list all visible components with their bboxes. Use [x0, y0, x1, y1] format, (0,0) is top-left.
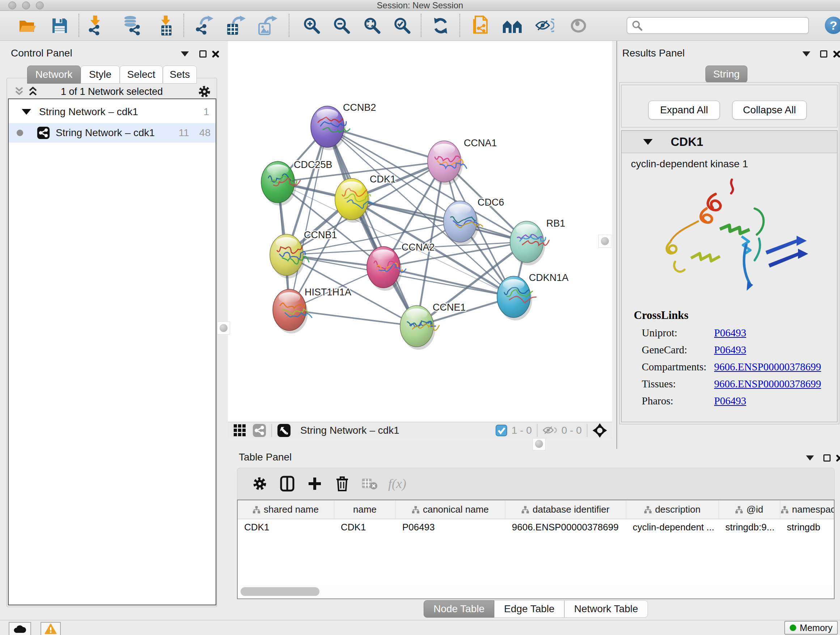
grid-view-icon[interactable] [234, 424, 246, 437]
column-header-shared-name[interactable]: shared name [238, 500, 334, 519]
tab-sets[interactable]: Sets [163, 65, 197, 84]
memory-label: Memory [800, 623, 832, 633]
table-hscrollbar-thumb[interactable] [240, 587, 319, 596]
network-options-gear-icon[interactable] [198, 86, 210, 98]
right-splitter[interactable] [612, 41, 616, 449]
table-row[interactable]: CDK1CDK1P064939606.ENSP00000378699cyclin… [238, 519, 834, 535]
tab-string[interactable]: String [706, 65, 747, 83]
results-panel-float-icon[interactable] [818, 49, 829, 59]
cell[interactable]: stringdb:9... [719, 519, 780, 535]
control-panel-title: Control Panel [11, 48, 73, 59]
function-builder-icon: f(x) [384, 473, 411, 494]
crosslink-link[interactable]: 9606.ENSP00000378699 [714, 361, 821, 373]
right-splitter-handle[interactable] [598, 234, 611, 248]
expand-all-icon[interactable] [27, 86, 39, 97]
column-header-canonical-name[interactable]: canonical name [396, 500, 505, 519]
table-hscrollbar[interactable] [239, 585, 832, 598]
zoom-fit-button[interactable] [362, 16, 382, 36]
cloud-status-button[interactable] [9, 622, 31, 635]
zoom-selected-button[interactable] [392, 16, 412, 36]
gene-collapse-icon[interactable] [643, 139, 653, 145]
export-image-button[interactable] [257, 16, 278, 36]
zoom-in-button[interactable] [302, 16, 322, 36]
bottom-splitter-handle[interactable] [532, 437, 546, 450]
tab-node-table[interactable]: Node Table [424, 600, 494, 618]
new-network-from-selection-button[interactable] [471, 16, 492, 36]
cell[interactable]: CDK1 [334, 519, 396, 535]
column-header-namespace[interactable]: namespace [780, 500, 835, 519]
table-panel-close-icon[interactable] [834, 453, 840, 463]
network-view-toolbar: String Network – cdk1 1 - 0 0 - 0 [228, 422, 612, 439]
save-session-button[interactable] [50, 16, 70, 36]
control-panel-tabs: Network Style Select Sets [27, 65, 197, 84]
cell[interactable]: CDK1 [238, 519, 334, 535]
show-columns-icon[interactable] [273, 473, 301, 494]
fit-content-crosshair-icon[interactable] [592, 423, 607, 438]
table-header-row: shared namenamecanonical namedatabase id… [238, 500, 834, 519]
crosslinks-section: CrossLinks Uniprot:P06493GeneCard:P06493… [622, 309, 837, 407]
crosslink-link[interactable]: P06493 [714, 327, 746, 339]
zoom-out-button[interactable] [332, 16, 352, 36]
cell[interactable]: P06493 [396, 519, 505, 535]
control-panel-float-icon[interactable] [197, 49, 208, 59]
table-panel-menu-icon[interactable] [805, 453, 815, 463]
tab-style[interactable]: Style [81, 65, 120, 84]
network-collection-row[interactable]: String Network – cdk1 1 [9, 101, 216, 123]
export-network-button[interactable] [194, 16, 215, 36]
table-options-gear-icon[interactable] [246, 473, 273, 494]
network-canvas[interactable]: CCNB2CCNA1CDC25BCDK1CDC6RB1CCNB1CCNA2CDK… [228, 41, 612, 422]
tab-edge-table[interactable]: Edge Table [494, 600, 564, 618]
create-column-icon[interactable] [301, 473, 328, 494]
help-button[interactable]: ? [825, 17, 840, 34]
column-header-description[interactable]: description [626, 500, 719, 519]
table-panel: Table Panel [232, 449, 840, 620]
home-panels-icon[interactable] [502, 16, 523, 36]
results-panel-close-icon[interactable] [831, 49, 840, 59]
import-table-from-file-button[interactable] [156, 16, 177, 36]
column-header-database-identifier[interactable]: database identifier [505, 500, 626, 519]
search-field[interactable] [627, 17, 809, 34]
node-label: CCNB1 [304, 230, 337, 241]
table-panel-float-icon[interactable] [821, 453, 832, 463]
node-CCNA2[interactable] [367, 247, 406, 291]
import-network-from-file-button[interactable] [86, 16, 106, 36]
toolbar-separator [421, 14, 422, 37]
tab-network-table[interactable]: Network Table [564, 600, 648, 618]
control-panel-menu-icon[interactable] [180, 49, 190, 59]
network-view-icon[interactable] [253, 424, 266, 437]
hide-selected-button[interactable] [535, 16, 555, 36]
tab-network[interactable]: Network [27, 65, 81, 84]
network-row[interactable]: String Network – cdk1 11 48 [9, 123, 216, 143]
export-table-button[interactable] [226, 16, 246, 36]
collapse-all-button[interactable]: Collapse All [732, 101, 807, 119]
app-window: Session: New Session [0, 0, 840, 635]
results-panel-menu-icon[interactable] [801, 49, 812, 59]
collection-expand-icon[interactable] [22, 109, 31, 115]
crosslink-link[interactable]: 9606.ENSP00000378699 [714, 378, 821, 390]
delete-column-icon[interactable] [328, 473, 356, 494]
open-session-button[interactable] [17, 16, 38, 36]
gene-header[interactable]: CDK1 [622, 131, 837, 153]
string-network-graph[interactable]: CCNB2CCNA1CDC25BCDK1CDC6RB1CCNB1CCNA2CDK… [228, 41, 612, 422]
import-network-from-database-button[interactable] [122, 16, 142, 36]
birdseye-view-icon[interactable] [277, 424, 291, 437]
collapse-all-icon[interactable] [13, 86, 25, 97]
selected-checkbox-icon[interactable] [496, 424, 507, 436]
node-CDK1[interactable] [335, 179, 374, 223]
crosslink-link[interactable]: P06493 [714, 344, 746, 356]
left-splitter-handle[interactable] [217, 321, 230, 334]
control-panel-close-icon[interactable] [210, 49, 221, 59]
refresh-button[interactable] [431, 16, 451, 36]
tab-select[interactable]: Select [120, 65, 163, 84]
warning-status-button[interactable] [41, 622, 61, 635]
node-RB1[interactable] [510, 221, 549, 265]
cell[interactable]: cyclin-dependent ... [626, 519, 719, 535]
cell[interactable]: stringdb [780, 519, 835, 535]
cell[interactable]: 9606.ENSP00000378699 [505, 519, 626, 535]
search-input[interactable] [646, 20, 804, 31]
column-header--id[interactable]: @id [719, 500, 780, 519]
crosslink-link[interactable]: P06493 [714, 395, 746, 407]
memory-button[interactable]: Memory [784, 621, 838, 635]
expand-all-button[interactable]: Expand All [648, 101, 720, 119]
column-header-name[interactable]: name [334, 500, 396, 519]
